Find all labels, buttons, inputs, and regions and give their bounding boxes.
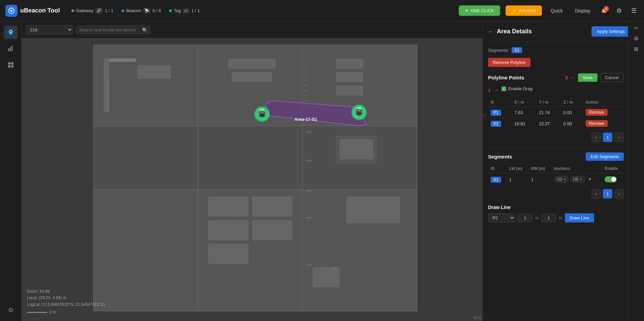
- anchor-remove[interactable]: ×: [580, 177, 582, 182]
- display-button[interactable]: Display: [572, 6, 594, 15]
- polyline-section-header: Polyline Points 3 → Save Cancel: [488, 73, 624, 82]
- sidebar-item-map[interactable]: [4, 26, 18, 39]
- remove-polyline-button[interactable]: Remove Polyline: [488, 58, 530, 67]
- svg-point-57: [213, 240, 217, 244]
- sidebar-item-config[interactable]: [4, 58, 18, 71]
- svg-point-40: [305, 85, 307, 86]
- svg-text:****: ****: [306, 189, 312, 194]
- tool-layers[interactable]: ⊞: [634, 46, 638, 52]
- seg-enable: [602, 173, 624, 186]
- svg-text:****: ****: [306, 131, 312, 135]
- svg-rect-15: [94, 126, 198, 190]
- svg-point-1: [10, 10, 12, 12]
- page-1-button[interactable]: 1: [603, 133, 612, 142]
- svg-rect-62: [346, 197, 400, 223]
- svg-point-39: [305, 80, 307, 81]
- remove-point-button[interactable]: Remove: [586, 120, 608, 127]
- svg-point-43: [305, 100, 307, 101]
- notification-button[interactable]: 🔔 4: [599, 6, 609, 15]
- apply-settings-button[interactable]: Apply Settings: [591, 26, 630, 37]
- menu-button[interactable]: ☰: [629, 5, 639, 16]
- seg-prev-page[interactable]: ‹: [591, 189, 601, 199]
- svg-rect-9: [11, 65, 13, 68]
- annotation-1: 1: [488, 88, 491, 93]
- svg-point-59: [250, 193, 254, 197]
- sidebar-item-settings[interactable]: ⚙: [4, 304, 18, 317]
- seg-next-page[interactable]: ›: [614, 189, 624, 199]
- seg-enable-toggle[interactable]: [605, 176, 617, 182]
- seg-rw: 1: [528, 173, 551, 186]
- map-canvas[interactable]: **** **** **** **** **** **** Area-17-S1…: [22, 38, 482, 321]
- point-z: 0.00: [561, 107, 583, 118]
- prev-page-button[interactable]: ‹: [591, 133, 601, 142]
- annotation-3-label: 3: [565, 75, 568, 80]
- point-x: 19.91: [512, 118, 536, 129]
- advance-label: Advance: [519, 8, 536, 13]
- draw-line-button[interactable]: Draw Line: [565, 213, 594, 222]
- enable-drag-checkbox[interactable]: ✓: [502, 86, 506, 91]
- svg-rect-28: [336, 72, 363, 82]
- remove-point-button[interactable]: Remove: [586, 109, 608, 116]
- enable-drag-row: ✓ Enable Drag: [502, 86, 533, 91]
- col-z: Z / m: [561, 98, 583, 107]
- map-toolbar: 218 🔍: [22, 22, 482, 38]
- main-layout: ⚙ 218 🔍: [0, 22, 644, 321]
- svg-rect-6: [8, 62, 10, 65]
- panel-back-button[interactable]: ←: [488, 29, 493, 35]
- search-icon: 🔍: [142, 27, 148, 32]
- seg-page-1[interactable]: 1: [603, 189, 612, 199]
- svg-rect-48: [208, 220, 249, 240]
- beacon-count: 8 / 8: [153, 8, 161, 13]
- next-page-button[interactable]: ›: [614, 133, 624, 142]
- tool-settings[interactable]: ⚙: [634, 35, 639, 42]
- svg-rect-12: [94, 45, 198, 126]
- beacon-dot: [122, 9, 124, 12]
- search-input[interactable]: [76, 26, 150, 34]
- map-info: Zoom: 20.99 Local: (29.24, 4.89) m LngLa…: [27, 288, 105, 316]
- draw-line-m2-input[interactable]: [541, 214, 556, 222]
- polyline-title: Polyline Points: [488, 75, 524, 80]
- floor-select[interactable]: 218: [26, 25, 73, 34]
- point-x: 7.63: [512, 107, 536, 118]
- col-n: N: [488, 98, 512, 107]
- unit-m1: m: [535, 216, 539, 220]
- anchor-dropdown-icon[interactable]: ▼: [588, 177, 592, 182]
- save-button[interactable]: Save: [578, 73, 598, 82]
- tag-label: Tag: [174, 8, 181, 13]
- tool-scissors[interactable]: ✂: [634, 25, 638, 31]
- arrow-right-1: →: [493, 87, 499, 94]
- anchor-tag: U3 ×: [554, 176, 569, 183]
- quick-button[interactable]: Quick: [547, 6, 566, 15]
- floor-plan-svg: **** **** **** **** **** **** Area-17-S1…: [22, 38, 482, 321]
- advance-button[interactable]: ⚡ Advance: [506, 5, 542, 16]
- svg-rect-7: [11, 62, 13, 65]
- svg-point-31: [107, 86, 109, 88]
- point-y: 22.37: [536, 118, 561, 129]
- svg-rect-24: [109, 59, 136, 62]
- lnglat-info: LngLat: (113.94815525°N, 22.54547411°E): [27, 301, 105, 308]
- table-row: P1 7.63 21.74 0.00 Remove: [488, 107, 624, 118]
- svg-text:****: ****: [331, 267, 337, 272]
- svg-point-53: [223, 193, 227, 197]
- svg-text:****: ****: [306, 159, 312, 164]
- logo: uBeacon Tool: [5, 5, 66, 17]
- segments-label: Segments:: [488, 48, 509, 53]
- gateway-device: Gateway 🔗 1 / 1: [71, 8, 114, 13]
- annotation-3: 3 →: [565, 74, 575, 81]
- one-click-label: ONE CLICK: [471, 8, 494, 13]
- anchor-remove[interactable]: ×: [564, 177, 566, 182]
- point-action: Remove: [583, 107, 624, 118]
- svg-text:****: ****: [306, 263, 312, 268]
- logo-icon: [5, 5, 18, 17]
- anchor-tag: U5 ×: [570, 176, 585, 183]
- svg-rect-46: [340, 139, 373, 159]
- cancel-button[interactable]: Cancel: [600, 73, 624, 82]
- settings-button[interactable]: ⚙: [614, 5, 624, 16]
- svg-rect-8: [8, 65, 10, 68]
- sidebar-item-analytics[interactable]: [4, 42, 18, 55]
- one-click-button[interactable]: ✦ ONE CLICK: [459, 5, 500, 16]
- draw-line-select[interactable]: P2: [488, 213, 515, 222]
- edit-segments-button[interactable]: Edit Segments: [586, 152, 624, 161]
- svg-point-33: [107, 97, 109, 98]
- draw-line-m1-input[interactable]: [518, 214, 533, 222]
